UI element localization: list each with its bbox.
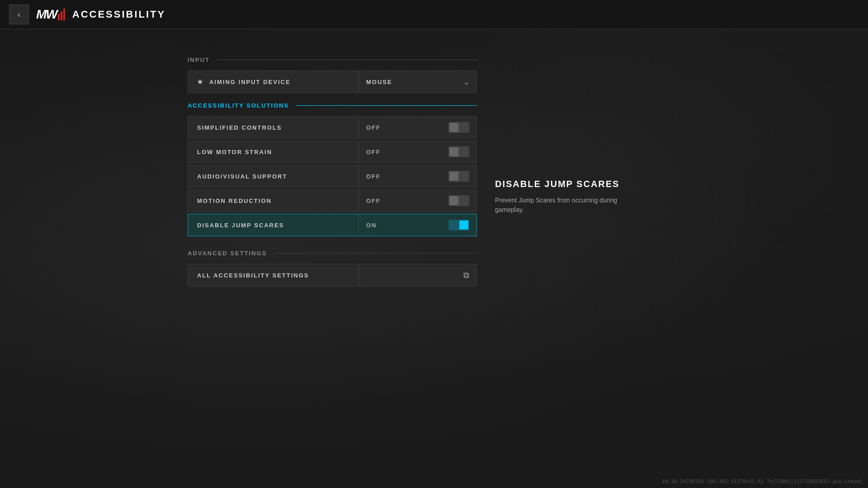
setting-value-4: ON [366, 222, 443, 229]
toggle-1[interactable] [448, 146, 469, 157]
settings-panel: INPUT ★ AIMING INPUT DEVICE MOUSE ⌄ ACCE… [188, 56, 477, 286]
logo-bar-2 [61, 11, 62, 20]
setting-value-3: OFF [366, 197, 443, 204]
setting-name-4: DISABLE JUMP SCARES [188, 222, 359, 229]
accessibility-section-line [296, 105, 477, 106]
setting-value-area-2: OFF [359, 171, 476, 182]
external-link-icon: ⧉ [463, 271, 469, 280]
header: ‹ MW ACCESSIBILITY [0, 0, 868, 29]
toggle-knob-4 [459, 221, 468, 230]
input-section-line [217, 60, 477, 60]
logo: MW [36, 7, 65, 22]
setting-value-area-4: ON [359, 220, 476, 230]
accessibility-setting-row-2[interactable]: AUDIO/VISUAL SUPPORTOFF [188, 165, 477, 188]
all-accessibility-settings-row[interactable]: ALL ACCESSIBILITY SETTINGS ⧉ [188, 264, 477, 286]
advanced-section-label: ADVANCED SETTINGS [188, 250, 274, 257]
toggle-knob-0 [449, 123, 458, 132]
toggle-4[interactable] [448, 220, 469, 230]
aiming-input-device-row[interactable]: ★ AIMING INPUT DEVICE MOUSE ⌄ [188, 70, 477, 93]
info-title: DISABLE JUMP SCARES [495, 178, 622, 189]
toggle-knob-1 [449, 147, 458, 156]
setting-value-0: OFF [366, 124, 443, 131]
advanced-section-line [274, 253, 477, 253]
input-section-label: INPUT [188, 56, 217, 63]
setting-value-area-1: OFF [359, 146, 476, 157]
chevron-down-icon: ⌄ [463, 78, 469, 86]
info-description: Prevent Jump Scares from occurring durin… [495, 196, 622, 215]
debug-footer: 10.18.19750334 [86:162:11278+11:A] Th[72… [662, 479, 863, 484]
toggle-knob-2 [449, 172, 458, 181]
accessibility-section-label: ACCESSIBILITY SOLUTIONS [188, 102, 296, 109]
logo-mw-text: MW [36, 7, 57, 22]
input-section-header: INPUT [188, 56, 477, 63]
accessibility-rows: SIMPLIFIED CONTROLSOFFLOW MOTOR STRAINOF… [188, 116, 477, 236]
link-row-label: ALL ACCESSIBILITY SETTINGS [188, 272, 359, 279]
logo-bar-1 [58, 14, 60, 20]
setting-value-2: OFF [366, 173, 443, 180]
setting-value-1: OFF [366, 149, 443, 155]
logo-bars [58, 9, 65, 20]
toggle-2[interactable] [448, 171, 469, 182]
aiming-device-name: ★ AIMING INPUT DEVICE [188, 78, 359, 85]
link-icon-area: ⧉ [359, 271, 476, 280]
aiming-device-value-area: MOUSE ⌄ [359, 78, 476, 86]
main-content: INPUT ★ AIMING INPUT DEVICE MOUSE ⌄ ACCE… [0, 29, 868, 286]
aiming-device-value: MOUSE [366, 79, 460, 85]
setting-value-area-0: OFF [359, 122, 476, 133]
advanced-section-header: ADVANCED SETTINGS [188, 250, 477, 257]
setting-name-1: LOW MOTOR STRAIN [188, 149, 359, 155]
star-icon: ★ [197, 78, 204, 85]
toggle-knob-3 [449, 196, 458, 205]
setting-name-3: MOTION REDUCTION [188, 197, 359, 204]
back-button[interactable]: ‹ [9, 5, 29, 24]
toggle-3[interactable] [448, 195, 469, 206]
toggle-0[interactable] [448, 122, 469, 133]
page-title: ACCESSIBILITY [72, 9, 165, 20]
info-panel: DISABLE JUMP SCARES Prevent Jump Scares … [495, 56, 622, 286]
logo-bar-3 [63, 9, 65, 20]
setting-value-area-3: OFF [359, 195, 476, 206]
accessibility-setting-row-4[interactable]: DISABLE JUMP SCARESON [188, 214, 477, 236]
back-icon: ‹ [18, 10, 20, 19]
setting-name-2: AUDIO/VISUAL SUPPORT [188, 173, 359, 180]
setting-name-0: SIMPLIFIED CONTROLS [188, 124, 359, 131]
accessibility-setting-row-1[interactable]: LOW MOTOR STRAINOFF [188, 141, 477, 163]
accessibility-section-header: ACCESSIBILITY SOLUTIONS [188, 102, 477, 109]
accessibility-setting-row-0[interactable]: SIMPLIFIED CONTROLSOFF [188, 116, 477, 139]
advanced-section: ADVANCED SETTINGS ALL ACCESSIBILITY SETT… [188, 250, 477, 286]
accessibility-setting-row-3[interactable]: MOTION REDUCTIONOFF [188, 189, 477, 212]
